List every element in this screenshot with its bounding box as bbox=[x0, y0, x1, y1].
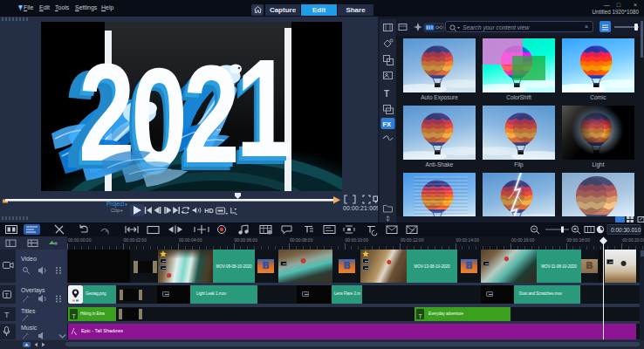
svg-text:T: T bbox=[419, 313, 423, 319]
svg-text:0:00:30.010: 0:00:30.010 bbox=[611, 227, 641, 233]
svg-text:FX: FX bbox=[383, 120, 392, 128]
svg-text:T: T bbox=[72, 313, 77, 319]
svg-text:T: T bbox=[4, 311, 10, 319]
svg-text:HD: HD bbox=[204, 207, 214, 215]
svg-text:T: T bbox=[384, 89, 389, 99]
svg-text:T: T bbox=[5, 292, 10, 298]
